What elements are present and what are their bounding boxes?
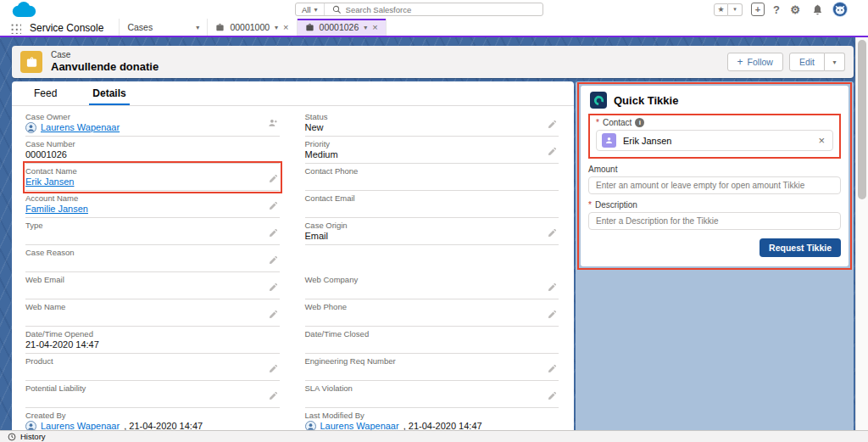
selected-contact-name: Erik Jansen — [623, 136, 811, 146]
field-label: Engineering Req Number — [305, 356, 542, 366]
right-sidebar: Quick Tikkie * Contact i Erik Jansen × — [576, 81, 854, 430]
edit-pencil-icon[interactable] — [269, 361, 278, 377]
amount-field-label: Amount — [588, 165, 617, 174]
chevron-down-icon[interactable]: ▾ — [364, 24, 367, 31]
case-briefcase-icon — [305, 23, 314, 32]
quick-tikkie-title: Quick Tikkie — [614, 94, 678, 107]
close-tab-icon[interactable]: × — [283, 23, 288, 32]
field-contact-email: Contact Email — [305, 191, 559, 218]
info-icon[interactable]: i — [635, 118, 644, 127]
field-label: Web Phone — [305, 302, 542, 311]
record-title: Aanvullende donatie — [51, 60, 159, 73]
field-value-link[interactable]: Laurens Wapenaar — [41, 421, 120, 430]
setup-gear-icon[interactable]: ⚙ — [788, 3, 802, 16]
more-actions-caret-icon[interactable]: ▾ — [825, 53, 845, 71]
app-name[interactable]: Service Console — [30, 19, 103, 36]
chevron-down-icon: ▾ — [314, 6, 318, 14]
edit-button[interactable]: Edit — [789, 53, 825, 71]
edit-pencil-icon[interactable] — [269, 307, 278, 322]
history-clock-icon — [8, 433, 16, 441]
field-last-modified-by: Last Modified ByLaurens Wapenaar, 21-04-… — [305, 408, 559, 430]
empty-cell — [305, 245, 559, 272]
edit-pencil-icon[interactable] — [548, 280, 557, 295]
field-value-link[interactable]: Laurens Wapenaar — [41, 122, 120, 133]
chevron-down-icon[interactable]: ▾ — [196, 24, 199, 31]
user-avatar[interactable] — [832, 2, 848, 17]
change-owner-icon[interactable] — [268, 116, 278, 131]
request-tikkie-button[interactable]: Request Tikkie — [760, 238, 841, 257]
field-product: Product — [25, 354, 280, 381]
field-value-link[interactable]: Erik Jansen — [25, 176, 74, 187]
plus-icon: + — [737, 56, 743, 68]
vertical-scrollbar[interactable] — [855, 37, 868, 430]
remove-contact-icon[interactable]: × — [818, 135, 825, 146]
favorites-caret-icon[interactable]: ▾ — [728, 3, 743, 16]
follow-button[interactable]: + Follow — [727, 53, 783, 71]
field-label: Created By — [25, 411, 263, 420]
edit-pencil-icon[interactable] — [548, 144, 557, 159]
record-actions: + Follow Edit ▾ — [727, 53, 845, 71]
search-input[interactable] — [346, 5, 542, 14]
field-case-number: Case Number00001026 — [25, 137, 280, 164]
search-scope-label: All — [302, 5, 311, 14]
edit-pencil-icon[interactable] — [269, 280, 278, 295]
edit-pencil-icon[interactable] — [269, 226, 278, 241]
global-header: All ▾ ★ ▾ + ? ⚙ — [0, 0, 868, 19]
nav-tab-cases[interactable]: Cases ▾ — [119, 19, 207, 36]
nav-tab-00001000[interactable]: 00001000 ▾ × — [207, 19, 296, 36]
notifications-bell-icon[interactable] — [810, 3, 824, 16]
scrollbar-thumb[interactable] — [858, 40, 866, 199]
field-potential-liability: Potential Liability — [25, 381, 280, 408]
edit-pencil-icon[interactable] — [548, 389, 557, 404]
description-input[interactable] — [588, 212, 841, 230]
contact-field-label: Contact — [603, 118, 632, 127]
history-utility-item[interactable]: History — [20, 432, 46, 441]
edit-pencil-icon[interactable] — [269, 389, 278, 404]
field-label: SLA Violation — [305, 383, 542, 393]
edit-pencil-icon[interactable] — [269, 199, 278, 214]
field-label: Case Origin — [305, 221, 542, 230]
field-label: Case Owner — [25, 112, 263, 121]
chevron-down-icon[interactable]: ▾ — [275, 24, 278, 31]
field-label: Case Reason — [25, 248, 263, 257]
field-label: Contact Name — [25, 166, 263, 176]
edit-pencil-icon[interactable] — [548, 226, 557, 241]
quick-tikkie-panel: Quick Tikkie * Contact i Erik Jansen × — [581, 86, 849, 266]
record-detail-card: Feed Details Case OwnerLaurens WapenaarS… — [12, 81, 574, 430]
edit-pencil-icon[interactable] — [269, 171, 278, 187]
field-label: Web Company — [305, 275, 542, 284]
search-icon — [332, 5, 342, 14]
field-priority: PriorityMedium — [305, 137, 559, 164]
edit-pencil-icon[interactable] — [548, 307, 557, 322]
required-marker: * — [596, 118, 599, 127]
field-label: Web Name — [25, 302, 263, 311]
field-label: Date/Time Opened — [25, 329, 263, 338]
field-label: Date/Time Closed — [305, 329, 542, 338]
favorites-star-icon[interactable]: ★ — [714, 3, 728, 16]
global-search[interactable]: All ▾ — [295, 3, 543, 16]
amount-input[interactable] — [588, 176, 841, 194]
edit-pencil-icon[interactable] — [548, 117, 557, 132]
field-value-link[interactable]: Familie Jansen — [25, 204, 88, 215]
field-value: Medium — [305, 149, 338, 160]
contact-combobox[interactable]: Erik Jansen × — [596, 130, 833, 151]
field-sla-violation: SLA Violation — [305, 381, 559, 408]
nav-tab-00001026[interactable]: 00001026 ▾ × — [297, 19, 387, 36]
utility-bar: History — [0, 430, 868, 442]
field-value-link[interactable]: Laurens Wapenaar — [320, 421, 399, 430]
close-tab-icon[interactable]: × — [372, 23, 377, 32]
edit-pencil-icon[interactable] — [548, 361, 557, 377]
field-value-date: , 21-04-2020 14:47 — [403, 421, 482, 430]
field-account-name: Account NameFamilie Jansen — [25, 191, 280, 218]
search-scope-selector[interactable]: All ▾ — [296, 3, 325, 15]
tab-feed[interactable]: Feed — [34, 87, 57, 105]
record-tabs: Feed Details — [12, 81, 574, 106]
app-launcher-icon[interactable] — [10, 23, 21, 34]
tab-details[interactable]: Details — [92, 87, 125, 105]
help-icon[interactable]: ? — [773, 3, 780, 16]
header-actions: ★ ▾ + ? ⚙ — [714, 2, 848, 17]
global-add-icon[interactable]: + — [751, 3, 765, 16]
edit-pencil-icon[interactable] — [269, 253, 278, 268]
field-value-date: , 21-04-2020 14:47 — [124, 421, 203, 430]
quick-tikkie-highlight-box: Quick Tikkie * Contact i Erik Jansen × — [577, 82, 852, 270]
